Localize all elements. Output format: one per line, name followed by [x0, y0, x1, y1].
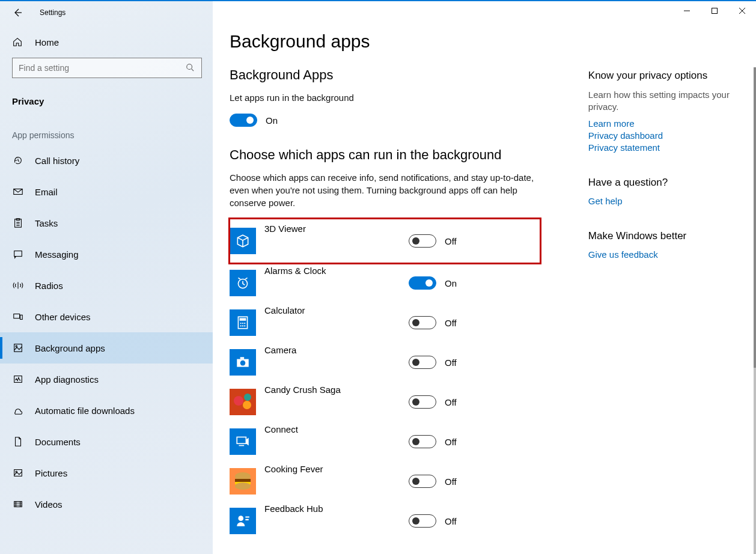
master-toggle[interactable]	[230, 114, 257, 127]
question-heading: Have a question?	[588, 177, 738, 189]
search-row	[0, 58, 213, 89]
page-title: Background apps	[230, 31, 738, 52]
sidebar-item-pictures[interactable]: Pictures	[0, 457, 213, 489]
choose-apps-desc: Choose which apps can receive info, send…	[230, 171, 540, 209]
sidebar-item-automatic-file-downloads[interactable]: Automatic file downloads	[0, 395, 213, 426]
sidebar-item-radios[interactable]: Radios	[0, 270, 213, 301]
app-toggle[interactable]	[409, 276, 436, 290]
sidebar-item-documents[interactable]: Documents	[0, 426, 213, 457]
svg-point-20	[240, 325, 242, 326]
svg-point-11	[16, 471, 17, 472]
app-name-label: Feedback Hub	[264, 501, 409, 514]
candy-icon	[230, 389, 256, 415]
svg-rect-33	[235, 479, 251, 482]
sidebar-item-messaging[interactable]: Messaging	[0, 239, 213, 270]
history-icon	[12, 154, 24, 166]
svg-point-35	[235, 482, 251, 490]
document-icon	[12, 436, 24, 448]
search-input[interactable]	[19, 63, 175, 73]
app-title: Settings	[40, 8, 66, 17]
svg-point-8	[16, 345, 17, 347]
camera-icon	[230, 349, 256, 376]
burger-icon	[230, 468, 256, 495]
svg-rect-12	[14, 502, 22, 507]
videos-icon	[12, 498, 24, 510]
app-toggle[interactable]	[409, 435, 436, 448]
back-button[interactable]	[12, 7, 23, 18]
titlebar-left: Settings	[0, 1, 213, 24]
main-column: Background Apps Let apps run in the back…	[230, 67, 540, 541]
sidebar-item-videos[interactable]: Videos	[0, 489, 213, 520]
privacy-options-heading: Know your privacy options	[588, 70, 738, 82]
svg-point-21	[242, 325, 243, 326]
svg-point-19	[244, 323, 245, 324]
svg-rect-5	[14, 314, 20, 318]
app-toggle[interactable]	[409, 234, 436, 248]
master-toggle-label: On	[266, 115, 278, 126]
sidebar-item-background-apps[interactable]: Background apps	[0, 332, 213, 364]
messaging-icon	[12, 248, 24, 260]
background-icon	[12, 342, 24, 354]
search-box[interactable]	[12, 58, 202, 78]
app-name-label: 3D Viewer	[264, 221, 409, 234]
alarm-icon	[230, 270, 256, 296]
diagnostics-icon	[12, 373, 24, 385]
nav-item-label: App diagnostics	[35, 374, 99, 385]
home-button[interactable]: Home	[0, 24, 213, 58]
svg-point-29	[244, 394, 251, 401]
window-controls	[673, 1, 756, 20]
side-column: Know your privacy options Learn how this…	[588, 67, 738, 541]
app-toggle[interactable]	[409, 316, 436, 329]
sidebar: Settings Home Privacy App permissions Ca…	[0, 1, 213, 554]
svg-rect-30	[237, 437, 246, 443]
email-icon	[12, 186, 24, 198]
app-toggle-label: Off	[445, 437, 457, 447]
feedback-link[interactable]: Give us feedback	[588, 249, 738, 260]
calculator-icon	[230, 309, 256, 336]
home-icon	[12, 36, 24, 48]
app-row-candy-crush-saga: Candy Crush Saga Off	[230, 382, 540, 422]
learn-more-link[interactable]: Learn more	[588, 118, 738, 129]
get-help-link[interactable]: Get help	[588, 196, 738, 206]
minimize-button[interactable]	[673, 1, 701, 20]
download-icon	[12, 404, 24, 416]
app-toggle[interactable]	[409, 356, 436, 369]
scrollbar-thumb[interactable]	[754, 67, 756, 368]
sidebar-item-tasks[interactable]: Tasks	[0, 207, 213, 239]
app-toggle-label: Off	[445, 476, 457, 487]
feedback-icon	[230, 508, 256, 534]
app-toggle[interactable]	[409, 514, 436, 528]
privacy-statement-link[interactable]: Privacy statement	[588, 142, 738, 153]
radios-icon	[12, 279, 24, 291]
svg-point-28	[243, 401, 251, 409]
nav-item-label: Call history	[35, 156, 79, 166]
cube-icon	[230, 228, 256, 254]
nav-item-label: Videos	[35, 499, 62, 510]
nav-item-label: Messaging	[35, 249, 79, 260]
app-row-calculator: Calculator Off	[230, 303, 540, 342]
nav-item-label: Automatic file downloads	[35, 406, 135, 416]
home-label: Home	[35, 37, 59, 47]
devices-icon	[12, 311, 24, 323]
app-toggle-label: Off	[445, 236, 457, 246]
pictures-icon	[12, 467, 24, 479]
svg-point-27	[234, 396, 243, 406]
maximize-button[interactable]	[701, 1, 728, 20]
section-header: App permissions	[0, 120, 213, 145]
better-heading: Make Windows better	[588, 230, 738, 242]
app-row-feedback-hub: Feedback Hub Off	[230, 501, 540, 541]
nav-item-label: Documents	[35, 437, 81, 447]
sidebar-item-app-diagnostics[interactable]: App diagnostics	[0, 364, 213, 395]
app-toggle[interactable]	[409, 475, 436, 488]
sidebar-item-other-devices[interactable]: Other devices	[0, 301, 213, 332]
close-button[interactable]	[728, 1, 756, 20]
sidebar-item-call-history[interactable]: Call history	[0, 145, 213, 176]
svg-point-22	[244, 325, 245, 326]
sidebar-item-email[interactable]: Email	[0, 176, 213, 207]
svg-point-24	[240, 361, 246, 366]
app-toggle[interactable]	[409, 395, 436, 409]
app-name-label: Calculator	[264, 303, 409, 315]
app-name-label: Alarms & Clock	[264, 263, 409, 276]
privacy-dashboard-link[interactable]: Privacy dashboard	[588, 130, 738, 141]
main-content: Background apps Background Apps Let apps…	[213, 1, 756, 554]
